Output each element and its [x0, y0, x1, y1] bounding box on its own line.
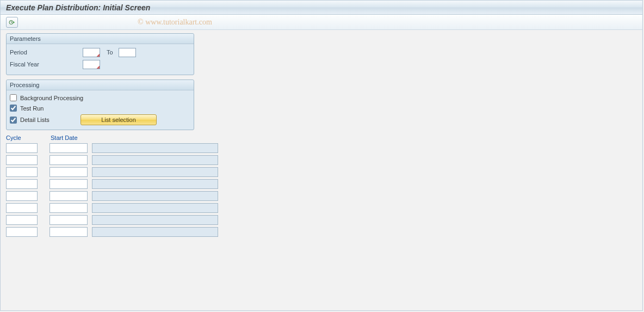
start-date-input[interactable] [49, 167, 88, 177]
col-header-cycle[interactable]: Cycle [6, 134, 39, 141]
start-date-input[interactable] [49, 191, 88, 201]
cycle-input[interactable] [6, 215, 38, 225]
period-label: Period [10, 49, 81, 56]
cycle-input[interactable] [6, 143, 38, 153]
start-date-input[interactable] [49, 215, 88, 225]
table-header-row: Cycle Start Date [6, 134, 637, 141]
description-cell [92, 167, 218, 177]
description-cell [92, 143, 218, 153]
cycle-input[interactable] [6, 203, 38, 213]
description-cell [92, 227, 218, 237]
parameters-group: Parameters Period To Fiscal Year [6, 33, 194, 75]
execute-button[interactable] [6, 17, 18, 28]
start-date-input[interactable] [49, 179, 88, 189]
cycle-input[interactable] [6, 179, 38, 189]
cycle-input[interactable] [6, 227, 38, 237]
table-row [6, 191, 637, 201]
col-header-start-date[interactable]: Start Date [51, 134, 89, 141]
fiscal-year-label: Fiscal Year [10, 61, 81, 68]
window: Execute Plan Distribution: Initial Scree… [0, 0, 643, 311]
description-cell [92, 203, 218, 213]
period-to-input[interactable] [119, 48, 136, 57]
period-to-label: To [107, 49, 113, 56]
clock-execute-icon [9, 19, 15, 26]
period-from-input[interactable] [83, 48, 100, 57]
parameters-body: Period To Fiscal Year [7, 44, 194, 75]
test-run-label: Test Run [20, 105, 44, 112]
test-run-checkbox[interactable] [10, 105, 17, 112]
description-cell [92, 215, 218, 225]
processing-header: Processing [7, 80, 194, 90]
start-date-input[interactable] [49, 227, 88, 237]
table-row [6, 155, 637, 165]
processing-body: Background Processing Test Run Detail Li… [7, 90, 194, 130]
cycle-input[interactable] [6, 167, 38, 177]
parameters-header: Parameters [7, 34, 194, 44]
table-row [6, 179, 637, 189]
description-cell [92, 155, 218, 165]
cycle-input[interactable] [6, 191, 38, 201]
start-date-input[interactable] [49, 143, 88, 153]
description-cell [92, 191, 218, 201]
detail-lists-label: Detail Lists [20, 117, 49, 123]
processing-group: Processing Background Processing Test Ru… [6, 79, 194, 130]
table-row [6, 203, 637, 213]
table-row [6, 227, 637, 237]
start-date-input[interactable] [49, 155, 88, 165]
background-processing-checkbox[interactable] [10, 94, 17, 101]
watermark: © www.tutorialkart.com [138, 18, 212, 27]
title-bar: Execute Plan Distribution: Initial Scree… [1, 1, 642, 15]
content-area: Parameters Period To Fiscal Year Process… [1, 30, 642, 242]
fiscal-year-input[interactable] [83, 60, 100, 69]
detail-lists-checkbox[interactable] [10, 117, 17, 124]
toolbar: © www.tutorialkart.com [1, 15, 642, 30]
page-title: Execute Plan Distribution: Initial Scree… [6, 3, 150, 12]
cycle-table: Cycle Start Date [6, 134, 637, 237]
cycle-input[interactable] [6, 155, 38, 165]
table-row [6, 143, 637, 153]
table-row [6, 167, 637, 177]
start-date-input[interactable] [49, 203, 88, 213]
list-selection-button[interactable]: List selection [81, 114, 157, 125]
description-cell [92, 179, 218, 189]
background-processing-label: Background Processing [20, 95, 83, 101]
table-row [6, 215, 637, 225]
